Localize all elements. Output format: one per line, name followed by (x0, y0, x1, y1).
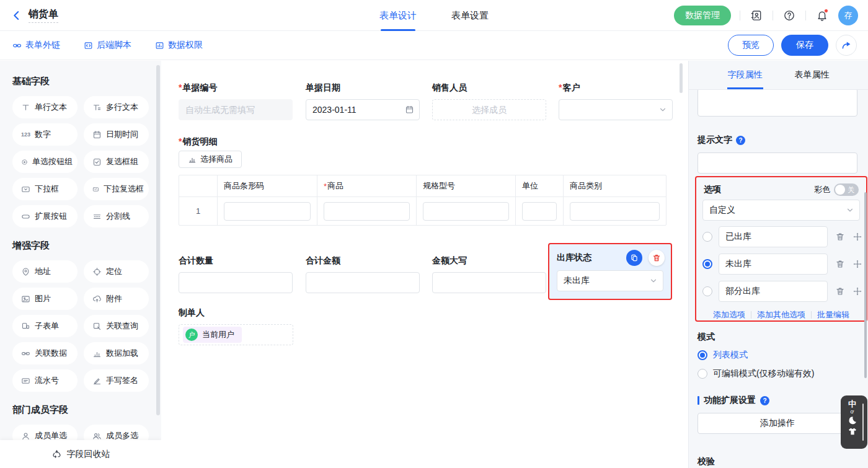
toolbar-link-0[interactable]: 表单外链 (12, 40, 60, 51)
sidebar-item-serial[interactable]: 流水号 (12, 369, 78, 392)
total-amount-input[interactable] (306, 272, 420, 293)
total-qty-input[interactable] (179, 272, 293, 293)
toolbar-link-1[interactable]: 后端脚本 (84, 40, 131, 51)
option-action-link-1[interactable]: 添加其他选项 (757, 309, 805, 320)
sidebar-item-locate[interactable]: 定位 (84, 260, 149, 283)
translate-mark-icon[interactable]: ơ (851, 409, 854, 415)
save-button[interactable]: 保存 (781, 35, 828, 56)
data-manage-button[interactable]: 数据管理 (674, 6, 731, 25)
panel-scrollbar[interactable] (864, 192, 867, 378)
notification-bell-icon[interactable] (815, 8, 830, 23)
contact-book-icon[interactable] (749, 8, 764, 23)
theme-shirt-icon[interactable] (848, 426, 857, 436)
options-source-select[interactable]: 自定义 (702, 200, 860, 221)
mode-option-1[interactable]: 可编辑模式(仅移动端有效) (698, 368, 814, 379)
option-action-link-2[interactable]: 批量编辑 (817, 309, 849, 320)
canvas-scrollbar[interactable] (680, 63, 683, 93)
field-label: 单据日期 (306, 82, 420, 94)
option-radio[interactable] (702, 232, 712, 242)
option-text-input[interactable] (719, 226, 828, 247)
field-name-input[interactable] (698, 88, 857, 117)
color-toggle[interactable]: 关 (834, 183, 859, 196)
sidebar-item-data-load[interactable]: 数据加载 (84, 342, 149, 364)
sidebar-item-single-text[interactable]: 单行文本 (12, 96, 78, 118)
delete-option-button[interactable] (835, 286, 845, 296)
option-text-input[interactable] (719, 254, 828, 275)
table-cell-input[interactable] (224, 202, 311, 221)
sidebar-item-multi-text[interactable]: 多行文本 (84, 96, 149, 118)
sidebar-item-number[interactable]: 123数字 (12, 123, 78, 146)
field-recycle-bin[interactable]: 字段回收站 (0, 440, 161, 468)
customer-select[interactable] (559, 99, 673, 120)
delete-field-button[interactable] (649, 250, 665, 266)
option-text-input[interactable] (719, 281, 828, 302)
avatar[interactable]: 存 (838, 6, 858, 25)
delete-option-button[interactable] (835, 259, 845, 269)
copy-field-button[interactable] (626, 250, 642, 266)
panel-tab-0[interactable]: 字段属性 (728, 61, 763, 89)
field-total-qty[interactable]: 合计数量 (179, 255, 293, 293)
sidebar-item-divider[interactable]: 分割线 (84, 205, 149, 227)
choose-product-button[interactable]: 选择商品 (179, 151, 242, 168)
sidebar-item-rel-query[interactable]: 关联查询 (84, 315, 149, 337)
table-cell-input[interactable] (522, 202, 557, 221)
sidebar-item-radio-group[interactable]: 单选按钮组 (12, 151, 78, 173)
delete-option-button[interactable] (835, 232, 845, 242)
mode-radio[interactable] (698, 369, 707, 379)
move-option-handle[interactable] (852, 286, 862, 296)
header-tab-0[interactable]: 表单设计 (379, 0, 417, 31)
option-radio[interactable] (702, 259, 712, 269)
sidebar-item-multi-select[interactable]: 下拉复选框 (84, 178, 149, 200)
toolbar-link-2[interactable]: 数据权限 (155, 40, 203, 51)
help-icon[interactable] (782, 8, 797, 23)
sidebar-item-signature[interactable]: 手写签名 (84, 369, 149, 392)
creator-input[interactable]: 户 当前用户 (179, 324, 293, 345)
mode-radio[interactable] (698, 350, 707, 360)
table-cell-input[interactable] (324, 202, 410, 221)
move-option-handle[interactable] (852, 259, 862, 269)
field-amount-words[interactable]: 金额大写 (432, 255, 546, 293)
move-option-handle[interactable] (852, 232, 862, 242)
field-customer[interactable]: 客户 (559, 82, 673, 120)
sidebar-item-checkbox-group[interactable]: 复选框组 (84, 151, 149, 173)
sidebar-item-select[interactable]: 下拉框 (12, 178, 78, 200)
selected-field-stock-status[interactable]: 出库状态 未出库 (548, 243, 672, 300)
option-action-link-0[interactable]: 添加选项 (713, 309, 745, 320)
order-date-input[interactable] (306, 99, 420, 120)
preview-button[interactable]: 预览 (728, 35, 774, 56)
sidebar-scrollbar[interactable] (156, 65, 160, 415)
salesperson-input[interactable] (432, 99, 546, 120)
field-total-amount[interactable]: 合计金额 (306, 255, 420, 293)
option-radio[interactable] (702, 286, 712, 296)
panel-tab-1[interactable]: 表单属性 (795, 61, 830, 89)
share-button[interactable] (836, 35, 857, 56)
dark-mode-moon-icon[interactable] (847, 415, 857, 426)
sidebar-item-label: 附件 (106, 293, 122, 304)
table-cell-input[interactable] (570, 202, 660, 221)
mode-option-0[interactable]: 列表模式 (698, 350, 748, 361)
sidebar-item-image[interactable]: 图片 (12, 288, 78, 310)
add-operation-button[interactable]: 添加操作 (698, 413, 857, 434)
header-tab-1[interactable]: 表单设置 (451, 0, 489, 31)
sidebar-item-ext-button[interactable]: 扩展按钮 (12, 205, 78, 227)
sidebar-item-subform[interactable]: 子表单 (12, 315, 78, 337)
sidebar-item-attachment[interactable]: 附件 (84, 288, 149, 310)
sidebar-item-rel-data[interactable]: 关联数据 (12, 342, 78, 364)
field-order-date[interactable]: 单据日期 (306, 82, 420, 120)
order-no-input[interactable] (179, 99, 293, 120)
translate-icon[interactable]: 中 (848, 400, 856, 408)
question-icon[interactable]: ? (736, 136, 745, 145)
recycle-label: 字段回收站 (67, 449, 110, 460)
amount-words-input[interactable] (432, 272, 546, 293)
back-button[interactable] (11, 10, 22, 21)
field-salesperson[interactable]: 销售人员 (432, 82, 546, 120)
field-order-no[interactable]: 单据编号 (179, 82, 293, 120)
calendar-icon[interactable] (405, 105, 414, 115)
question-icon[interactable]: ? (760, 396, 769, 405)
field-creator[interactable]: 制单人 户 当前用户 (179, 307, 293, 345)
sidebar-item-datetime[interactable]: 日期时间 (84, 123, 149, 146)
stock-status-select[interactable]: 未出库 (557, 270, 663, 291)
sidebar-item-address[interactable]: 地址 (12, 260, 78, 283)
hint-text-input[interactable] (698, 152, 857, 174)
table-cell-input[interactable] (423, 202, 509, 221)
